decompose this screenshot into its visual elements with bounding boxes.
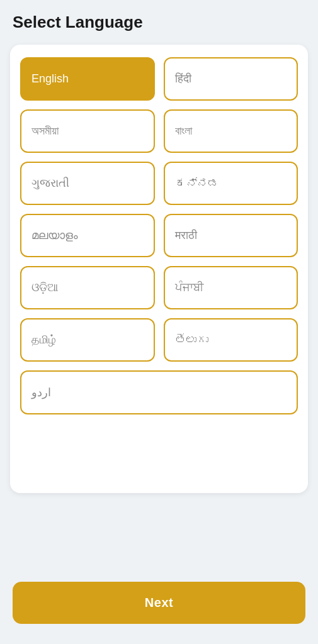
language-btn-marathi[interactable]: मराठी — [164, 214, 298, 257]
language-btn-assamese[interactable]: অসমীয়া — [20, 109, 155, 153]
language-btn-tamil[interactable]: தமிழ் — [20, 318, 155, 362]
language-btn-kannada[interactable]: ಕನ್ನಡ — [164, 162, 298, 205]
language-btn-odia[interactable]: ଓଡ଼ିଆ — [20, 266, 155, 309]
language-btn-bangla[interactable]: বাংলা — [164, 109, 298, 153]
next-button[interactable]: Next — [13, 582, 305, 624]
page-title: Select Language — [13, 13, 305, 32]
language-btn-gujarati[interactable]: ગુજરાતી — [20, 162, 155, 205]
language-btn-urdu[interactable]: اردو — [20, 370, 298, 414]
language-btn-malayalam[interactable]: മലയാളം — [20, 214, 155, 257]
language-card: Englishहिंदीঅসমীয়াবাংলাગુજરાતીಕನ್ನಡമലയാ… — [10, 45, 308, 493]
language-btn-punjabi[interactable]: ਪੰਜਾਬੀ — [164, 266, 298, 309]
language-btn-telugu[interactable]: తెలుగు — [164, 318, 298, 362]
language-btn-english[interactable]: English — [20, 57, 155, 101]
language-btn-hindi[interactable]: हिंदी — [164, 57, 298, 101]
language-grid: Englishहिंदीঅসমীয়াবাংলাગુજરાતીಕನ್ನಡമലയാ… — [20, 57, 298, 414]
footer: Next — [0, 572, 318, 644]
